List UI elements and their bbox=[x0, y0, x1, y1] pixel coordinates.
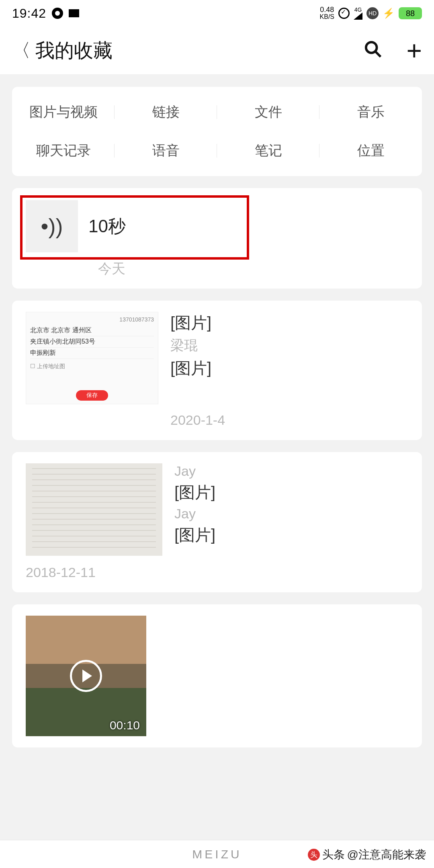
audio-duration-label: 10秒 bbox=[88, 215, 126, 238]
svg-point-0 bbox=[366, 42, 377, 53]
video-duration: 00:10 bbox=[110, 719, 140, 732]
category-voice[interactable]: 语音 bbox=[115, 141, 217, 160]
hd-icon: HD bbox=[366, 7, 379, 19]
network-speed: 0.48 KB/S bbox=[320, 6, 334, 20]
status-bar: 19:42 0.48 KB/S 4G HD ⚡ 88 bbox=[0, 0, 434, 27]
sound-icon: •)) bbox=[41, 214, 63, 239]
add-button[interactable]: + bbox=[406, 43, 422, 59]
doc-date: 2018-12-11 bbox=[26, 565, 408, 580]
brand-label: MEIZU bbox=[192, 848, 242, 861]
alarm-icon bbox=[338, 8, 350, 19]
watermark-user: @注意高能来袭 bbox=[347, 847, 426, 862]
bottom-bar: MEIZU 头 头条 @注意高能来袭 bbox=[0, 840, 434, 868]
audio-thumbnail: •)) bbox=[26, 200, 78, 252]
watermark-prefix: 头条 bbox=[322, 847, 345, 862]
back-button[interactable]: 〈 bbox=[12, 38, 32, 63]
doc-preview-text: Jay [图片] Jay [图片] bbox=[174, 463, 215, 556]
status-time: 19:42 bbox=[12, 6, 46, 21]
content: 图片与视频 链接 文件 音乐 聊天记录 语音 笔记 位置 •)) 10秒 今天 … bbox=[0, 75, 434, 747]
thumb-save-button: 保存 bbox=[76, 390, 108, 401]
favorite-chat-item[interactable]: 13701087373 北京市 北京市 通州区 夹庄镇小街北胡同53号 申振刚新… bbox=[12, 301, 422, 440]
chat-preview-text: [图片] 梁琨 [图片] bbox=[170, 312, 211, 404]
app-header: 〈 我的收藏 + bbox=[0, 27, 434, 75]
favorite-video-item[interactable]: 00:10 bbox=[12, 604, 422, 747]
category-notes[interactable]: 笔记 bbox=[217, 141, 319, 160]
doc-thumbnail bbox=[26, 463, 162, 556]
category-chat-history[interactable]: 聊天记录 bbox=[12, 141, 115, 160]
watermark: 头 头条 @注意高能来袭 bbox=[308, 847, 426, 862]
category-links[interactable]: 链接 bbox=[115, 103, 217, 121]
watermark-icon: 头 bbox=[308, 849, 320, 861]
category-music[interactable]: 音乐 bbox=[319, 103, 422, 121]
favorite-audio-item[interactable]: •)) 10秒 今天 bbox=[12, 188, 422, 289]
category-files[interactable]: 文件 bbox=[217, 103, 319, 121]
video-thumbnail: 00:10 bbox=[26, 616, 146, 736]
favorite-doc-item[interactable]: Jay [图片] Jay [图片] 2018-12-11 bbox=[12, 452, 422, 592]
status-left: 19:42 bbox=[12, 6, 79, 21]
category-card: 图片与视频 链接 文件 音乐 聊天记录 语音 笔记 位置 bbox=[12, 87, 422, 176]
audio-date: 今天 bbox=[98, 260, 408, 278]
app-icon bbox=[69, 9, 79, 17]
category-images-videos[interactable]: 图片与视频 bbox=[12, 103, 115, 121]
category-location[interactable]: 位置 bbox=[319, 141, 422, 160]
search-button[interactable] bbox=[364, 37, 382, 63]
battery-indicator: 88 bbox=[399, 7, 422, 19]
charging-icon: ⚡ bbox=[383, 8, 395, 19]
chat-date: 2020-1-4 bbox=[170, 412, 408, 428]
play-icon bbox=[70, 660, 102, 692]
page-title: 我的收藏 bbox=[35, 38, 113, 63]
record-icon bbox=[52, 8, 63, 19]
svg-line-1 bbox=[375, 51, 381, 57]
status-right: 0.48 KB/S 4G HD ⚡ 88 bbox=[320, 6, 422, 20]
chat-thumbnail: 13701087373 北京市 北京市 通州区 夹庄镇小街北胡同53号 申振刚新… bbox=[26, 312, 158, 404]
signal-icon: 4G bbox=[354, 7, 362, 20]
